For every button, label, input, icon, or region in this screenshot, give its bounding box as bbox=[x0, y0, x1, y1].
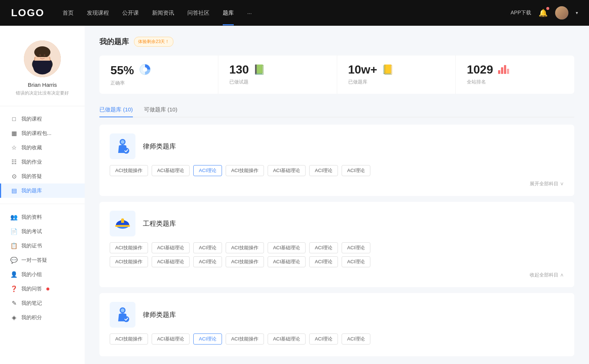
tag-2-5[interactable]: ACI基础理论 bbox=[268, 242, 306, 253]
navbar-right: APP下载 🔔 ▾ bbox=[511, 6, 578, 19]
tags-row-3: ACI技能操作 ACI基础理论 ACI理论 ACI技能操作 ACI基础理论 AC… bbox=[110, 333, 564, 345]
tag-1-4[interactable]: ACI技能操作 bbox=[226, 165, 264, 176]
app-download-link[interactable]: APP下载 bbox=[511, 10, 531, 16]
main-content: 我的题库 体验剩余23天！ 55% 正确 bbox=[85, 26, 589, 364]
sidebar-item-questions[interactable]: ⊙ 我的答疑 bbox=[0, 169, 85, 183]
sidebar-label-group: 我的小组 bbox=[21, 271, 42, 278]
sidebar-item-homework[interactable]: ☷ 我的作业 bbox=[0, 155, 85, 169]
sidebar-label-qbank: 我的题库 bbox=[21, 188, 42, 194]
sidebar-item-certificate[interactable]: 📋 我的证书 bbox=[0, 239, 85, 253]
tag-3-7[interactable]: ACI理论 bbox=[342, 333, 370, 345]
expand-link-1[interactable]: 展开全部科目 ∨ bbox=[110, 179, 564, 187]
svg-point-14 bbox=[123, 148, 129, 154]
sidebar-item-qbank[interactable]: ▤ 我的题库 bbox=[0, 183, 85, 198]
qbank-title-3: 律师类题库 bbox=[143, 310, 176, 319]
course-icon: □ bbox=[10, 116, 18, 122]
tag-3-6[interactable]: ACI理论 bbox=[309, 333, 338, 345]
tags-row-2b: ACI技能操作 ACI基础理论 ACI理论 ACI技能操作 ACI基础理论 AC… bbox=[110, 256, 564, 267]
tags-row-2a: ACI技能操作 ACI基础理论 ACI理论 ACI技能操作 ACI基础理论 AC… bbox=[110, 242, 564, 253]
svg-point-4 bbox=[39, 54, 41, 56]
tag-3-4[interactable]: ACI技能操作 bbox=[226, 333, 264, 345]
sidebar-label-questions: 我的答疑 bbox=[21, 173, 42, 180]
tag-2b-4[interactable]: ACI技能操作 bbox=[226, 256, 264, 267]
tag-2b-2[interactable]: ACI基础理论 bbox=[152, 256, 190, 267]
tag-1-2[interactable]: ACI基础理论 bbox=[152, 165, 190, 176]
tag-1-1[interactable]: ACI技能操作 bbox=[110, 165, 148, 176]
tab-available-banks[interactable]: 可做题库 (10) bbox=[144, 103, 177, 117]
stat-value-done-questions: 130 bbox=[229, 63, 249, 76]
notification-badge bbox=[546, 7, 549, 10]
qbank-section-lawyer-1: 律师类题库 ACI技能操作 ACI基础理论 ACI理论 ACI技能操作 ACI基… bbox=[99, 125, 574, 196]
stat-label-ranking: 全站排名 bbox=[467, 79, 563, 85]
group-icon: 👤 bbox=[10, 271, 18, 278]
navbar: LOGO 首页 发现课程 公开课 新闻资讯 问答社区 题库 ··· APP下载 … bbox=[0, 0, 589, 26]
qbank-header-2: 工程类题库 bbox=[110, 211, 564, 236]
tag-1-5[interactable]: ACI基础理论 bbox=[268, 165, 306, 176]
tag-2-3[interactable]: ACI理论 bbox=[193, 242, 222, 253]
trial-badge: 体验剩余23天！ bbox=[134, 37, 173, 47]
tag-2b-5[interactable]: ACI基础理论 bbox=[268, 256, 306, 267]
tag-2b-3[interactable]: ACI理论 bbox=[193, 256, 222, 267]
tag-3-5[interactable]: ACI基础理论 bbox=[268, 333, 306, 345]
sidebar-label-points: 我的积分 bbox=[21, 314, 42, 321]
nav-open-course[interactable]: 公开课 bbox=[122, 10, 139, 17]
user-avatar-nav[interactable] bbox=[555, 6, 568, 19]
sidebar-label-my-qa: 我的问答 bbox=[21, 286, 42, 292]
tag-2-6[interactable]: ACI理论 bbox=[309, 242, 338, 253]
tag-2-1[interactable]: ACI技能操作 bbox=[110, 242, 148, 253]
tag-1-3[interactable]: ACI理论 bbox=[193, 165, 222, 176]
sidebar-label-favorites: 我的收藏 bbox=[21, 144, 42, 151]
book-icon: 📗 bbox=[253, 64, 265, 75]
tag-2b-6[interactable]: ACI理论 bbox=[309, 256, 338, 267]
nav-more[interactable]: ··· bbox=[247, 10, 252, 16]
qbank-title-1: 律师类题库 bbox=[143, 142, 176, 151]
tag-3-1[interactable]: ACI技能操作 bbox=[110, 333, 148, 345]
pie-chart-icon bbox=[138, 63, 152, 78]
sidebar-item-notes[interactable]: ✎ 我的笔记 bbox=[0, 296, 85, 310]
stat-ranking: 1029 全站排名 bbox=[456, 56, 574, 94]
sidebar-item-favorites[interactable]: ☆ 我的收藏 bbox=[0, 140, 85, 155]
tag-3-3[interactable]: ACI理论 bbox=[193, 333, 222, 345]
profile-icon: 👥 bbox=[10, 214, 18, 221]
sidebar-item-exam[interactable]: 📄 我的考试 bbox=[0, 224, 85, 239]
nav-qa[interactable]: 问答社区 bbox=[187, 10, 209, 17]
tag-2b-7[interactable]: ACI理论 bbox=[342, 256, 370, 267]
tag-1-7[interactable]: ACI理论 bbox=[342, 165, 370, 176]
tag-2b-1[interactable]: ACI技能操作 bbox=[110, 256, 148, 267]
collapse-link-2[interactable]: 收起全部科目 ∧ bbox=[110, 270, 564, 278]
stat-correct-rate: 55% 正确率 bbox=[99, 56, 218, 94]
tab-row: 已做题库 (10) 可做题库 (10) bbox=[99, 103, 574, 117]
user-dropdown-arrow[interactable]: ▾ bbox=[576, 10, 578, 15]
qbank-section-engineer: 工程类题库 ACI技能操作 ACI基础理论 ACI理论 ACI技能操作 ACI基… bbox=[99, 202, 574, 287]
svg-point-5 bbox=[44, 54, 46, 56]
svg-rect-10 bbox=[504, 65, 506, 74]
tag-2-7[interactable]: ACI理论 bbox=[342, 242, 370, 253]
stat-value-correct-rate: 55% bbox=[110, 64, 134, 77]
sidebar-item-profile[interactable]: 👥 我的资料 bbox=[0, 210, 85, 224]
sidebar-item-course[interactable]: □ 我的课程 bbox=[0, 112, 85, 126]
tab-done-banks[interactable]: 已做题库 (10) bbox=[99, 103, 133, 117]
nav-news[interactable]: 新闻资讯 bbox=[152, 10, 174, 17]
svg-rect-9 bbox=[501, 67, 503, 74]
tag-2-2[interactable]: ACI基础理论 bbox=[152, 242, 190, 253]
notification-bell[interactable]: 🔔 bbox=[539, 8, 548, 17]
sidebar-item-group[interactable]: 👤 我的小组 bbox=[0, 267, 85, 282]
nav-home[interactable]: 首页 bbox=[63, 10, 74, 17]
tag-2-4[interactable]: ACI技能操作 bbox=[226, 242, 264, 253]
user-avatar-large bbox=[24, 40, 61, 77]
nav-discover[interactable]: 发现课程 bbox=[87, 10, 109, 17]
svg-rect-18 bbox=[121, 220, 124, 223]
bar-icon bbox=[497, 64, 509, 76]
page-header: 我的题库 体验剩余23天！ bbox=[99, 37, 574, 47]
tag-1-6[interactable]: ACI理论 bbox=[309, 165, 338, 176]
sidebar-item-course-pack[interactable]: ▦ 我的课程包... bbox=[0, 126, 85, 140]
sidebar-item-one-on-one[interactable]: 💬 一对一答疑 bbox=[0, 253, 85, 267]
svg-rect-8 bbox=[498, 70, 500, 74]
tag-3-2[interactable]: ACI基础理论 bbox=[152, 333, 190, 345]
qbank-section-lawyer-2: 律师类题库 ACI技能操作 ACI基础理论 ACI理论 ACI技能操作 ACI基… bbox=[99, 293, 574, 356]
sidebar-item-my-qa[interactable]: ❓ 我的问答 bbox=[0, 282, 85, 296]
sidebar-item-points[interactable]: ◈ 我的积分 bbox=[0, 310, 85, 325]
sidebar-label-profile: 我的资料 bbox=[21, 214, 42, 221]
stat-done-banks: 10w+ 📒 已做题库 bbox=[337, 56, 456, 94]
nav-qbank[interactable]: 题库 bbox=[223, 10, 234, 17]
